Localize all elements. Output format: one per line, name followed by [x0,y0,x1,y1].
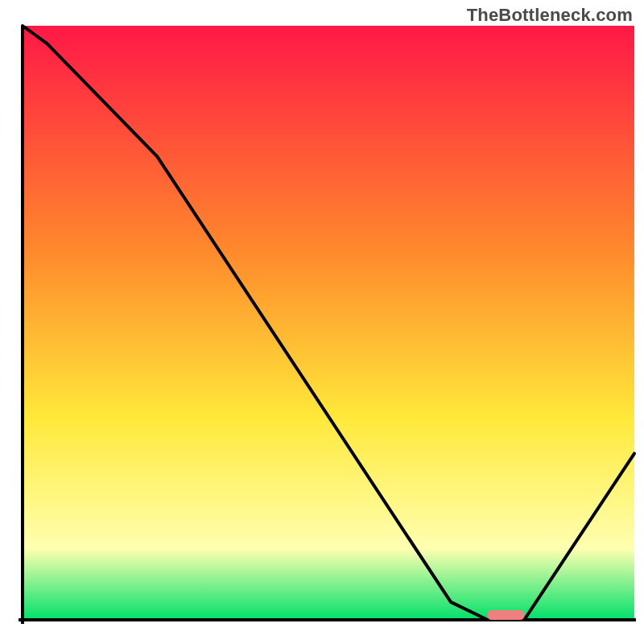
bottleneck-chart [0,0,644,644]
optimal-marker [488,610,525,620]
chart-frame: TheBottleneck.com [0,0,644,644]
